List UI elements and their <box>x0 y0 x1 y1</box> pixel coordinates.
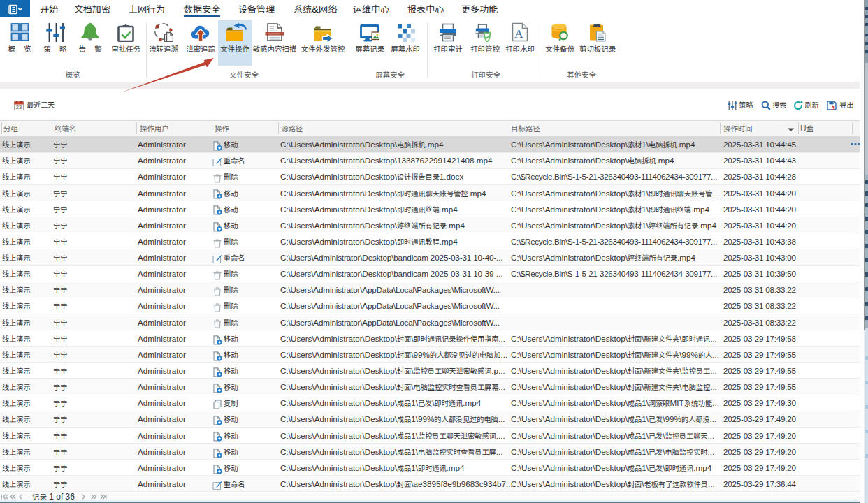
svg-text:23: 23 <box>16 104 22 110</box>
svg-text:A: A <box>514 27 523 41</box>
